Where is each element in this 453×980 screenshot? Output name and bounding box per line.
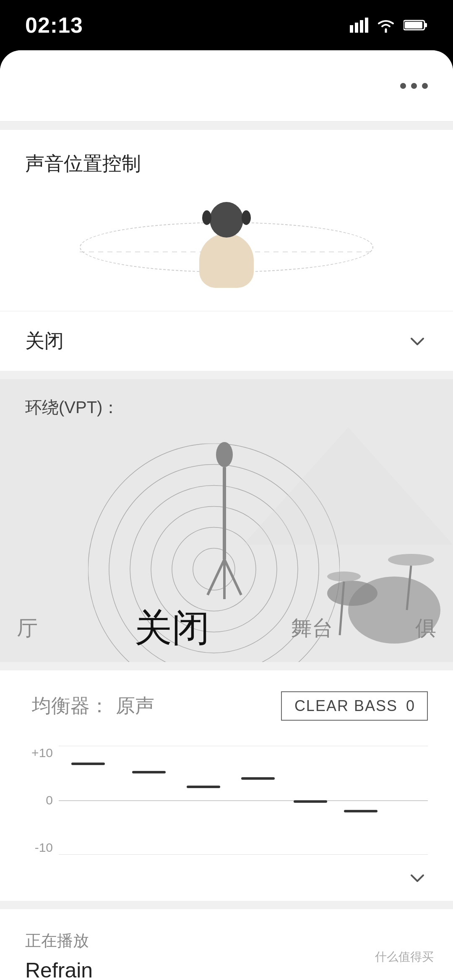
eq-band-3[interactable] bbox=[187, 786, 220, 788]
now-playing-section: 正在播放 Refrain bbox=[0, 909, 453, 980]
vpt-option-club[interactable]: 俱 bbox=[374, 614, 436, 642]
person-avatar bbox=[189, 202, 264, 294]
sound-position-value: 关闭 bbox=[25, 328, 64, 354]
headphone-right bbox=[242, 210, 251, 225]
eq-grid-top bbox=[59, 746, 428, 746]
sound-position-section: 声音位置控制 bbox=[0, 130, 453, 311]
person-body bbox=[199, 233, 254, 288]
status-time: 02:13 bbox=[25, 13, 83, 38]
vpt-option-stage[interactable]: 舞台 bbox=[250, 614, 374, 642]
svg-rect-15 bbox=[223, 467, 226, 559]
clear-bass-badge[interactable]: CLEAR BASS 0 bbox=[281, 691, 428, 721]
chevron-down-icon bbox=[407, 331, 428, 352]
sound-position-title: 声音位置控制 bbox=[25, 151, 428, 177]
dot-2 bbox=[411, 83, 417, 89]
svg-rect-5 bbox=[424, 23, 427, 27]
eq-band-2[interactable] bbox=[132, 771, 166, 773]
svg-point-22 bbox=[388, 554, 434, 566]
top-section bbox=[0, 50, 453, 122]
clear-bass-value: 0 bbox=[406, 697, 414, 715]
signal-icon bbox=[350, 18, 368, 33]
svg-line-17 bbox=[224, 559, 241, 595]
eq-band-1[interactable] bbox=[71, 763, 105, 765]
eq-section: 均衡器：原声 CLEAR BASS 0 +10 0 -10 bbox=[0, 670, 453, 901]
eq-label-top: +10 bbox=[25, 746, 59, 760]
eq-dropdown-row[interactable] bbox=[25, 859, 428, 888]
svg-point-21 bbox=[327, 571, 361, 582]
svg-rect-6 bbox=[405, 22, 422, 28]
vpt-option-off-active[interactable]: 关闭 bbox=[94, 602, 250, 654]
watermark: 什么值得买 bbox=[368, 946, 440, 967]
svg-rect-0 bbox=[350, 25, 353, 33]
wifi-icon bbox=[376, 18, 396, 33]
eq-graph: +10 0 -10 bbox=[25, 742, 428, 859]
eq-title: 均衡器：原声 bbox=[25, 693, 154, 719]
status-icons bbox=[350, 18, 428, 33]
avatar-container bbox=[25, 194, 428, 311]
main-content: 声音位置控制 关闭 环绕(VPT)： bbox=[0, 50, 453, 980]
headphone-left bbox=[202, 210, 211, 225]
svg-point-14 bbox=[216, 442, 233, 467]
dot-1 bbox=[400, 83, 406, 89]
eq-grid-bot bbox=[59, 854, 428, 855]
vpt-header: 环绕(VPT)： bbox=[0, 379, 453, 427]
vpt-option-hall[interactable]: 厅 bbox=[17, 614, 94, 642]
status-bar: 02:13 bbox=[0, 0, 453, 50]
dot-3 bbox=[422, 83, 428, 89]
clear-bass-label: CLEAR BASS bbox=[294, 697, 398, 715]
eq-band-6[interactable] bbox=[344, 810, 378, 812]
now-playing-label: 正在播放 bbox=[25, 930, 428, 952]
microphone-stand bbox=[199, 440, 250, 601]
svg-line-16 bbox=[208, 559, 224, 595]
svg-rect-3 bbox=[365, 18, 368, 33]
svg-rect-1 bbox=[355, 23, 358, 33]
svg-rect-2 bbox=[360, 20, 363, 33]
svg-point-20 bbox=[327, 581, 378, 606]
eq-y-labels: +10 0 -10 bbox=[25, 742, 59, 859]
person-head bbox=[210, 202, 243, 238]
eq-label-bot: -10 bbox=[25, 840, 59, 855]
vpt-carousel[interactable]: 厅 关闭 舞台 俱 bbox=[0, 427, 453, 662]
more-options-button[interactable] bbox=[400, 83, 428, 89]
vpt-options-row: 厅 关闭 舞台 俱 bbox=[0, 602, 453, 654]
eq-chevron-down-icon bbox=[407, 867, 428, 888]
now-playing-track: Refrain bbox=[25, 958, 428, 980]
eq-band-5[interactable] bbox=[294, 800, 327, 803]
eq-header: 均衡器：原声 CLEAR BASS 0 bbox=[25, 691, 428, 721]
eq-label-mid: 0 bbox=[25, 793, 59, 807]
eq-zero-line bbox=[59, 800, 428, 801]
sound-position-dropdown[interactable]: 关闭 bbox=[0, 311, 453, 371]
eq-band-4[interactable] bbox=[241, 777, 275, 780]
eq-chart-area bbox=[59, 742, 428, 859]
vpt-section: 环绕(VPT)： bbox=[0, 379, 453, 662]
battery-icon bbox=[404, 19, 428, 31]
